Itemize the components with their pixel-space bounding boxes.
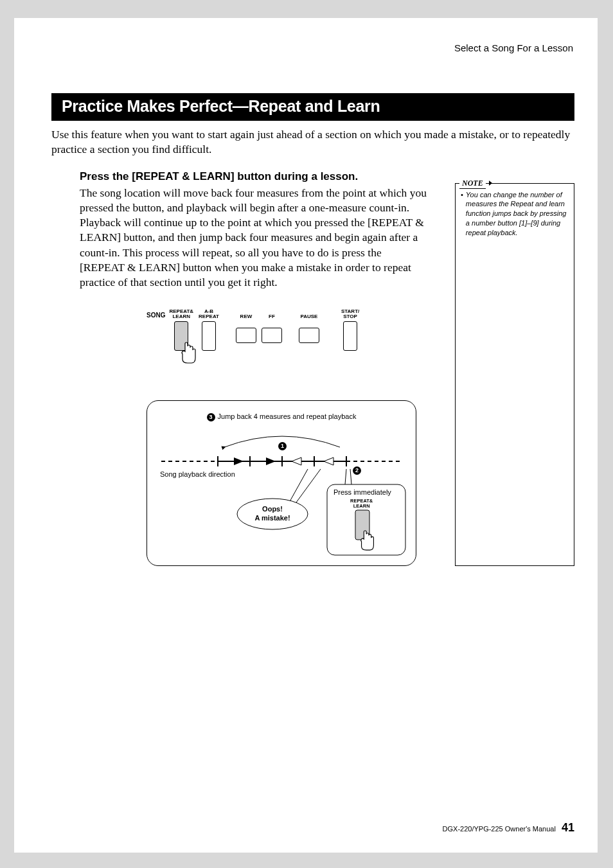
svg-marker-8	[266, 457, 276, 465]
svg-marker-7	[234, 457, 244, 465]
ff-button-icon	[262, 328, 282, 343]
breadcrumb: Select a Song For a Lesson	[51, 42, 573, 53]
svg-marker-10	[324, 457, 333, 465]
song-label: SONG	[147, 312, 165, 319]
bullet-icon: •	[461, 190, 463, 238]
button-label: A-B REPEAT	[199, 308, 219, 319]
page-number: 41	[562, 821, 574, 834]
svg-line-15	[350, 469, 351, 484]
note-label: NOTE	[459, 179, 486, 189]
hand-pointer-icon	[177, 341, 200, 366]
press-immediately-label: Press immediately	[333, 488, 391, 496]
instruction-area: Press the [REPEAT & LEARN] button during…	[51, 170, 574, 567]
rew-button-icon	[236, 328, 256, 343]
flow-diagram: 3Jump back 4 measures and repeat playbac…	[147, 400, 416, 566]
button-label: PAUSE	[300, 308, 317, 319]
start-stop-button-icon	[343, 321, 357, 351]
button-label: FF	[269, 308, 275, 319]
footer-text: DGX-220/YPG-225 Owner's Manual	[443, 825, 556, 833]
ab-repeat-button-icon	[202, 321, 216, 351]
manual-page: Select a Song For a Lesson Practice Make…	[14, 18, 598, 853]
svg-marker-9	[292, 457, 301, 465]
repeat-learn-small-label: REPEAT& LEARN	[350, 499, 373, 509]
svg-line-14	[345, 469, 346, 484]
footer: DGX-220/YPG-225 Owner's Manual 41	[443, 821, 574, 835]
intro-paragraph: Use this feature when you want to start …	[51, 127, 574, 157]
button-label: REPEAT& LEARN	[169, 308, 193, 319]
instruction-body: The song location will move back four me…	[80, 186, 427, 290]
oops-bubble-text: Oops!A mistake!	[249, 505, 296, 523]
section-title: Practice Makes Perfect—Repeat and Learn	[51, 93, 574, 121]
pause-button-icon	[299, 328, 319, 343]
button-label: START/ STOP	[341, 308, 359, 319]
playback-direction-label: Song playback direction	[160, 470, 235, 479]
button-label: REW	[240, 308, 253, 319]
svg-line-12	[289, 469, 308, 504]
note-text: You can change the number of measures th…	[466, 190, 569, 238]
hand-pointer-icon	[357, 529, 378, 553]
instruction-heading: Press the [REPEAT & LEARN] button during…	[80, 170, 443, 183]
svg-line-13	[296, 469, 321, 502]
buttons-diagram: SONG REPEAT& LEARN A-B REPEAT REW	[147, 308, 416, 378]
note-box: NOTE • You can change the number of meas…	[455, 183, 574, 567]
